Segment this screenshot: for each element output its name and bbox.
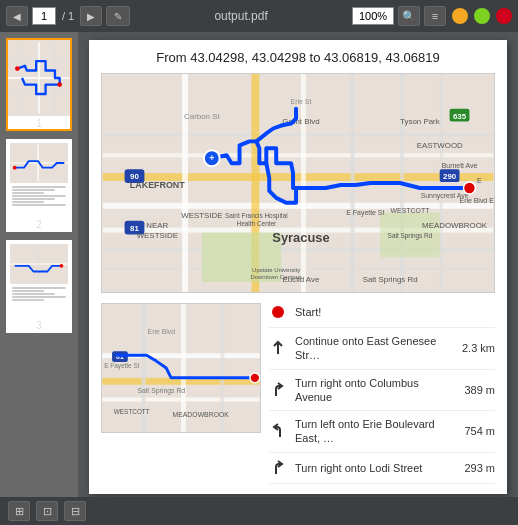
close-button[interactable] xyxy=(496,8,512,24)
svg-text:MEADOWBROOK: MEADOWBROOK xyxy=(172,411,229,418)
svg-text:Salt Springs Rd: Salt Springs Rd xyxy=(363,275,418,284)
pdf-page-1: From 43.04298, 43.04298 to 43.06819, 43.… xyxy=(89,40,507,494)
direction-3-dist: 754 m xyxy=(459,425,495,437)
svg-point-83 xyxy=(272,306,284,318)
svg-text:Health Center: Health Center xyxy=(237,220,278,227)
bottom-toolbar: ⊞ ⊡ ⊟ xyxy=(0,497,518,525)
svg-text:Tyson Park: Tyson Park xyxy=(400,117,440,126)
direction-2-dist: 389 m xyxy=(459,384,495,396)
svg-point-82 xyxy=(250,373,260,383)
direction-item-2: Turn right onto Columbus Avenue 389 m xyxy=(269,370,495,412)
right-turn-icon-2 xyxy=(269,459,287,477)
svg-rect-27 xyxy=(301,74,306,292)
start-icon xyxy=(269,303,287,321)
maximize-button[interactable] xyxy=(474,8,490,24)
large-map: 90 81 635 290 LAKEFRONT NEAR WESTSIDE Sy… xyxy=(101,73,495,293)
page-thumb-1[interactable]: 1 xyxy=(6,38,72,131)
svg-text:Salt Springs Rd: Salt Springs Rd xyxy=(137,387,185,395)
direction-item-3: Turn left onto Erie Boulevard East, … 75… xyxy=(269,411,495,453)
svg-text:Erie Blvd E: Erie Blvd E xyxy=(460,197,494,204)
page-thumb-3[interactable]: 3 xyxy=(6,240,72,333)
page-title: From 43.04298, 43.04298 to 43.06819, 43.… xyxy=(101,50,495,65)
svg-rect-19 xyxy=(103,203,493,209)
main-area: 1 xyxy=(0,32,518,497)
svg-text:WESTSIDE: WESTSIDE xyxy=(137,231,178,240)
page-number-input[interactable] xyxy=(32,7,56,25)
direction-item-1: Continue onto East Genesee Str… 2.3 km xyxy=(269,328,495,370)
edit-button[interactable]: ✎ xyxy=(106,6,130,26)
svg-point-67 xyxy=(463,182,475,194)
direction-1-dist: 2.3 km xyxy=(459,342,495,354)
svg-text:LAKEFRONT: LAKEFRONT xyxy=(130,180,185,190)
svg-text:EASTWOOD: EASTWOOD xyxy=(417,141,463,150)
document-area: From 43.04298, 43.04298 to 43.06819, 43.… xyxy=(78,32,518,497)
fit-page-button[interactable]: ⊡ xyxy=(36,501,58,521)
toolbar-right: 🔍 ≡ xyxy=(352,6,512,26)
svg-text:E Fayette St: E Fayette St xyxy=(346,209,384,217)
page-separator: / 1 xyxy=(62,10,74,22)
direction-4-dist: 293 m xyxy=(459,462,495,474)
direction-2-text: Turn right onto Columbus Avenue xyxy=(295,376,451,405)
svg-text:290: 290 xyxy=(443,172,457,181)
direction-4-text: Turn right onto Lodi Street xyxy=(295,461,451,475)
svg-text:Saint Francis Hospital: Saint Francis Hospital xyxy=(225,212,288,220)
svg-text:MEADOWBROOK: MEADOWBROOK xyxy=(422,221,488,230)
svg-point-7 xyxy=(15,66,20,71)
svg-text:WESTCOTT: WESTCOTT xyxy=(391,207,431,214)
svg-text:Upstate University: Upstate University xyxy=(252,267,300,273)
svg-text:Carbon St: Carbon St xyxy=(184,112,220,121)
direction-list: Start! Continue onto East Genesee Str… xyxy=(269,303,495,484)
svg-text:WESTCOTT: WESTCOTT xyxy=(114,408,150,415)
page-thumb-2[interactable]: 2 xyxy=(6,139,72,232)
grid-view-button[interactable]: ⊞ xyxy=(8,501,30,521)
svg-text:635: 635 xyxy=(453,112,467,121)
direction-3-text: Turn left onto Erie Boulevard East, … xyxy=(295,417,451,446)
fit-width-button[interactable]: ⊟ xyxy=(64,501,86,521)
document-title: output.pdf xyxy=(134,9,348,23)
minimize-button[interactable] xyxy=(452,8,468,24)
svg-text:Salt Springs Rd: Salt Springs Rd xyxy=(388,232,433,240)
direction-item-4: Turn right onto Lodi Street 293 m xyxy=(269,453,495,484)
svg-text:Erie Blvd: Erie Blvd xyxy=(148,328,176,335)
toolbar-left: ◀ / 1 ▶ ✎ xyxy=(6,6,130,26)
left-turn-icon xyxy=(269,422,287,440)
svg-text:E: E xyxy=(477,177,482,184)
top-toolbar: ◀ / 1 ▶ ✎ output.pdf 🔍 ≡ xyxy=(0,0,518,32)
prev-page-button[interactable]: ◀ xyxy=(6,6,28,26)
svg-text:+: + xyxy=(209,153,214,163)
menu-button[interactable]: ≡ xyxy=(424,6,446,26)
svg-text:Burnett Ave: Burnett Ave xyxy=(442,162,478,169)
direction-start-text: Start! xyxy=(295,305,451,319)
page-1-number: 1 xyxy=(8,118,70,129)
svg-text:E Fayette St: E Fayette St xyxy=(104,362,139,370)
svg-rect-22 xyxy=(103,133,493,136)
directions-section: 81 Erie Blvd E Fayette St Salt Springs R… xyxy=(101,303,495,484)
svg-point-12 xyxy=(13,166,17,170)
small-map: 81 Erie Blvd E Fayette St Salt Springs R… xyxy=(101,303,261,433)
sidebar: 1 xyxy=(0,32,78,497)
svg-point-8 xyxy=(57,82,62,87)
svg-text:Downtown Campus: Downtown Campus xyxy=(250,274,302,280)
svg-rect-30 xyxy=(440,74,443,292)
zoom-out-button[interactable]: 🔍 xyxy=(398,6,420,26)
svg-point-16 xyxy=(60,264,64,268)
svg-rect-21 xyxy=(103,153,493,157)
svg-text:NEAR: NEAR xyxy=(146,221,168,230)
right-turn-icon-1 xyxy=(269,381,287,399)
direction-item-start: Start! xyxy=(269,303,495,328)
svg-text:Syracuse: Syracuse xyxy=(272,230,329,245)
svg-text:Erie St: Erie St xyxy=(291,98,312,105)
direction-1-text: Continue onto East Genesee Str… xyxy=(295,334,451,363)
svg-text:WESTSIDE: WESTSIDE xyxy=(181,211,222,220)
next-page-button[interactable]: ▶ xyxy=(80,6,102,26)
page-3-number: 3 xyxy=(8,320,70,331)
straight-arrow-icon xyxy=(269,339,287,357)
page-2-number: 2 xyxy=(8,219,70,230)
zoom-input[interactable] xyxy=(352,7,394,25)
